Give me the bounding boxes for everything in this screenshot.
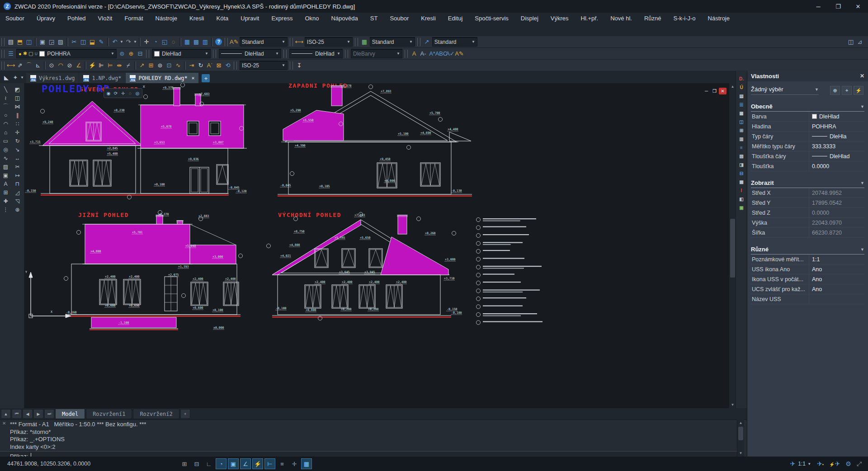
grid-icon[interactable]: ⊞	[179, 458, 190, 469]
docked-strip-icon-6[interactable]: ⊞	[737, 127, 746, 134]
doc-tab-2[interactable]: POHLEDY RD.dwg*✕	[126, 73, 198, 83]
dim-quick-icon[interactable]: ⚡	[88, 61, 97, 70]
docked-strip-icon-9[interactable]: ▧	[737, 152, 746, 160]
text-style-icon[interactable]: A✎	[230, 38, 239, 47]
pan-icon[interactable]: ✛	[142, 38, 151, 47]
props-section-header[interactable]: Zobrazit▼	[751, 179, 864, 188]
dim-assoc-icon[interactable]: ↧	[295, 61, 304, 70]
draw-tool-icon-9[interactable]: ▨	[0, 162, 11, 171]
draw-tool-icon-10[interactable]: ▣	[0, 171, 11, 179]
layout-tab-rozvržení2[interactable]: Rozvržení2	[133, 409, 179, 419]
menu-v-kres-18[interactable]: Výkres	[551, 15, 569, 22]
edit-text-icon[interactable]: A✎	[455, 49, 464, 58]
dim-jogged-icon[interactable]: ◠	[56, 61, 65, 70]
layer-previous-icon[interactable]: ⊟	[136, 49, 145, 58]
dyn-ucs-icon[interactable]: ⊢	[264, 458, 275, 469]
mtext-icon[interactable]: A	[410, 49, 419, 58]
tab-menu-icon[interactable]: ▲	[1, 409, 11, 419]
props-value[interactable]: DleHla	[809, 132, 864, 141]
menu-k-ta-7[interactable]: Kóta	[217, 15, 229, 22]
menu-express-9[interactable]: Express	[271, 15, 292, 22]
docked-strip-icon-14[interactable]: ◧	[737, 195, 746, 203]
dim-text-angle-icon[interactable]: Aˈ	[205, 61, 214, 70]
minimize-button[interactable]: ─	[808, 0, 828, 13]
docked-strip-icon-12[interactable]: ▩	[737, 178, 746, 186]
doc-tab-0[interactable]: Výkres1.dwg	[26, 73, 79, 83]
dim-style-dropdown[interactable]: ISO-25▼	[305, 37, 353, 47]
dim-edit-icon[interactable]: ⇥	[187, 61, 196, 70]
docked-strip-icon-0[interactable]: D.	[737, 75, 746, 83]
docked-strip-icon-4[interactable]: ▦	[737, 109, 746, 117]
tab-first-icon[interactable]: ⏮	[12, 409, 22, 419]
print-icon[interactable]: ▣	[38, 38, 47, 47]
named-ucs-icon[interactable]: ⊿	[855, 38, 864, 47]
layer-properties-icon[interactable]: ☰	[6, 49, 15, 58]
table-style-icon[interactable]: ▦	[360, 38, 369, 47]
docked-strip-icon-5[interactable]: ◫	[737, 118, 746, 126]
dim-arc-icon[interactable]: ⌒	[24, 61, 33, 70]
layer-states-icon[interactable]: ⊜	[118, 49, 127, 58]
fullscreen-icon[interactable]: ⤢	[857, 460, 862, 468]
dim-style-icon[interactable]: ⟷	[295, 38, 304, 47]
props-value[interactable]: Ano	[809, 274, 864, 284]
docked-strip-icon-2[interactable]: ▤	[737, 92, 746, 100]
quick-select-icon[interactable]: ⊕	[830, 86, 840, 95]
plot-icon[interactable]: ▨	[56, 38, 65, 47]
snap-icon[interactable]: ⊟	[191, 458, 202, 469]
annotation-refresh-icon[interactable]: ⚡✈	[829, 460, 840, 467]
dim-baseline-icon[interactable]: ⊫	[97, 61, 106, 70]
menu-r-zn--21[interactable]: Různé	[644, 15, 661, 22]
plotstyle-dropdown[interactable]: DleBarvy▼	[351, 49, 402, 58]
dim-radius-icon[interactable]: ⊙	[47, 61, 56, 70]
draw-tool-icon-5[interactable]: ⌂	[0, 128, 11, 137]
angle-snap-icon[interactable]: ∠	[240, 458, 251, 469]
props-value[interactable]: 0.0000	[809, 161, 864, 171]
draw-order-icon[interactable]: ◣	[2, 73, 11, 82]
dim-style-dropdown-2[interactable]: ISO-25▼	[240, 61, 288, 70]
vp-zoom-icon[interactable]: ◌	[127, 89, 134, 97]
modify-tool-icon-6[interactable]: ↻	[12, 137, 23, 145]
dim-text-edit-icon[interactable]: ↻	[196, 61, 205, 70]
menu-st-12[interactable]: ST	[370, 15, 378, 22]
docked-strip-icon-8[interactable]: ≡	[737, 144, 746, 151]
draw-tool-icon-14[interactable]: ⋮	[0, 205, 11, 214]
layer-make-current-icon[interactable]: ⊕	[127, 49, 136, 58]
dim-aligned-icon[interactable]: ⇗	[15, 61, 24, 70]
doc-tab-1[interactable]: 1.NP.dwg*	[79, 73, 125, 83]
dim-center-mark-icon[interactable]: ⊚	[156, 61, 165, 70]
modify-tool-icon-0[interactable]: ◩	[12, 85, 23, 94]
props-value[interactable]: 333.3333	[809, 141, 864, 151]
help-icon[interactable]: ?	[214, 38, 223, 47]
undo-icon-dropdown[interactable]: ▼	[120, 40, 123, 44]
zoom-window-icon[interactable]: ◱	[160, 38, 169, 47]
menu-hl-p--19[interactable]: Hl.+př.	[581, 15, 599, 22]
doc-minimize-button[interactable]: ─	[703, 88, 710, 94]
tool-palettes-icon[interactable]: ▩	[192, 38, 201, 47]
menu-soubor-13[interactable]: Soubor	[390, 15, 409, 22]
lineweight-icon[interactable]: ≡	[277, 458, 288, 469]
spell-check-icon[interactable]: A✓	[446, 49, 455, 58]
tab-prev-icon[interactable]: ◀	[23, 409, 33, 419]
dim-inspect-icon[interactable]: ⊡	[165, 61, 174, 70]
drawing-canvas[interactable]: POHLEDY RD SEVERNÍ POHLED+9,378+7,683+9,…	[24, 83, 729, 408]
draw-tool-icon-1[interactable]: ≀	[0, 94, 11, 102]
open-folder-icon[interactable]: ⬒	[15, 38, 24, 47]
mleader-style-icon[interactable]: ↗	[422, 38, 431, 47]
command-scrollbar[interactable]: ▲ ▼	[737, 419, 744, 457]
docked-strip-icon-3[interactable]: ☰	[737, 101, 746, 108]
modify-tool-icon-12[interactable]: ◿	[12, 188, 23, 197]
clean-screen-icon[interactable]: ✦	[11, 73, 20, 82]
dim-tolerance-icon[interactable]: ⊞	[146, 61, 156, 70]
viewport-float-toolbar[interactable]: ◉ ⟳ ✛ ◌ ◎	[104, 88, 142, 98]
vp-pan-icon[interactable]: ✛	[119, 89, 127, 97]
close-button[interactable]: ✕	[848, 0, 868, 13]
zoom-previous-icon[interactable]: ◌	[169, 38, 178, 47]
esnap-icon[interactable]: ▣	[228, 458, 239, 469]
match-properties-icon[interactable]: ✎	[97, 38, 106, 47]
layout-tab-rozvržení1[interactable]: Rozvržení1	[86, 409, 132, 419]
docked-strip-icon-1[interactable]: Ú	[737, 84, 746, 91]
layer-dropdown[interactable]: ●✱▢∪POHHRA▼	[16, 49, 117, 58]
tab-list-dropdown-icon[interactable]: ▼	[20, 75, 24, 80]
dim-override-icon[interactable]: ⊠	[214, 61, 223, 70]
modify-tool-icon-13[interactable]: ◹	[12, 197, 23, 205]
